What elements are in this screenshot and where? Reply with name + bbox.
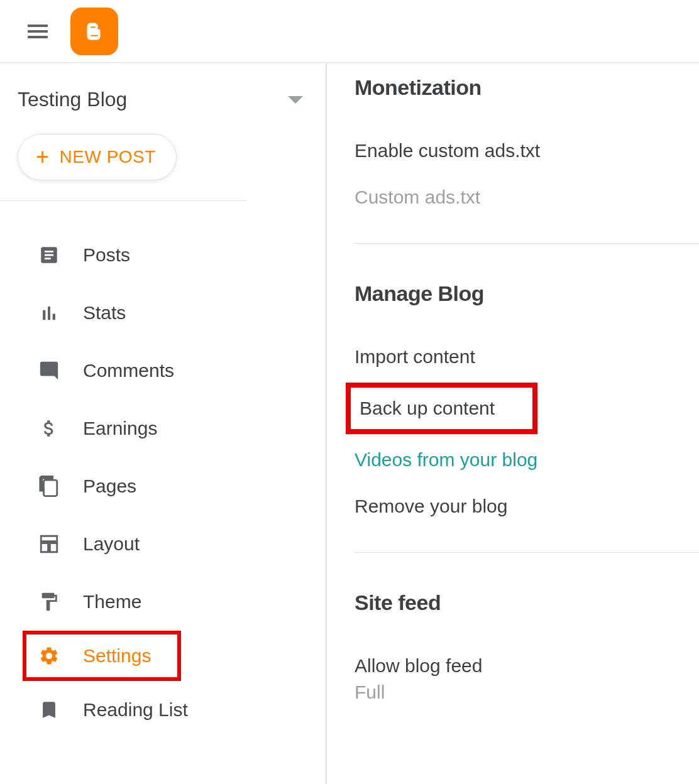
new-post-label: NEW POST (60, 147, 156, 167)
sidebar-item-comments[interactable]: Comments (0, 342, 326, 400)
nav-label: Earnings (83, 418, 157, 439)
nav-label: Comments (83, 360, 174, 381)
nav-label: Reading List (83, 699, 188, 721)
blogger-icon (80, 17, 109, 46)
setting-import-content[interactable]: Import content (355, 334, 699, 380)
setting-backup-content[interactable]: Back up content (360, 390, 495, 427)
setting-custom-ads-txt: Custom ads.txt (355, 174, 699, 220)
sidebar-item-pages[interactable]: Pages (0, 457, 326, 515)
comments-icon (38, 359, 60, 382)
theme-icon (38, 591, 60, 613)
nav-label: Pages (83, 476, 136, 497)
highlight-annotation-backup: Back up content (346, 383, 537, 434)
blogger-logo[interactable] (70, 8, 118, 55)
menu-toggle-button[interactable] (20, 17, 55, 46)
setting-videos-link[interactable]: Videos from your blog (355, 437, 699, 483)
nav-list: Posts Stats Comments Earnings (0, 201, 326, 739)
setting-label: Allow blog feed (355, 655, 699, 677)
stats-icon (38, 302, 60, 324)
sidebar-item-settings[interactable]: Settings (26, 634, 177, 677)
section-manage-blog: Manage Blog Import content Back up conte… (355, 281, 699, 530)
divider (355, 243, 699, 244)
setting-allow-blog-feed-value: Full (355, 682, 699, 703)
blog-title: Testing Blog (18, 88, 127, 111)
section-monetization: Monetization Enable custom ads.txt Custo… (355, 75, 699, 220)
gear-icon (38, 645, 60, 667)
new-post-button[interactable]: + NEW POST (18, 134, 177, 180)
sidebar-item-earnings[interactable]: Earnings (0, 400, 326, 457)
sidebar: Testing Blog + NEW POST Posts Stats (0, 63, 327, 784)
sidebar-item-layout[interactable]: Layout (0, 515, 326, 573)
nav-label: Posts (83, 244, 130, 266)
divider (355, 552, 699, 553)
pages-icon (38, 475, 60, 498)
earnings-icon (38, 417, 60, 440)
bookmark-icon (38, 699, 60, 721)
main-container: Testing Blog + NEW POST Posts Stats (0, 63, 699, 784)
layout-icon (38, 533, 60, 555)
section-site-feed: Site feed Allow blog feed Full (355, 591, 699, 703)
section-heading-monetization: Monetization (355, 75, 699, 100)
section-heading-site-feed: Site feed (355, 591, 699, 615)
blog-selector-dropdown[interactable]: Testing Blog (0, 63, 326, 126)
setting-allow-blog-feed[interactable]: Allow blog feed (355, 643, 699, 679)
setting-remove-blog[interactable]: Remove your blog (355, 483, 699, 530)
nav-label: Theme (83, 591, 141, 612)
highlight-annotation-settings: Settings (23, 631, 181, 681)
setting-enable-ads-txt[interactable]: Enable custom ads.txt (355, 128, 699, 174)
sidebar-item-reading-list[interactable]: Reading List (0, 681, 326, 739)
section-heading-manage-blog: Manage Blog (355, 281, 699, 306)
nav-label: Settings (83, 645, 151, 667)
nav-label: Stats (83, 302, 126, 324)
sidebar-item-posts[interactable]: Posts (0, 226, 326, 284)
sidebar-item-theme[interactable]: Theme (0, 573, 326, 631)
sidebar-item-stats[interactable]: Stats (0, 284, 326, 342)
posts-icon (38, 244, 60, 266)
nav-label: Layout (83, 533, 140, 555)
chevron-down-icon (288, 96, 303, 104)
main-content: Monetization Enable custom ads.txt Custo… (327, 63, 699, 784)
plus-icon: + (36, 146, 50, 168)
app-header (0, 0, 699, 63)
